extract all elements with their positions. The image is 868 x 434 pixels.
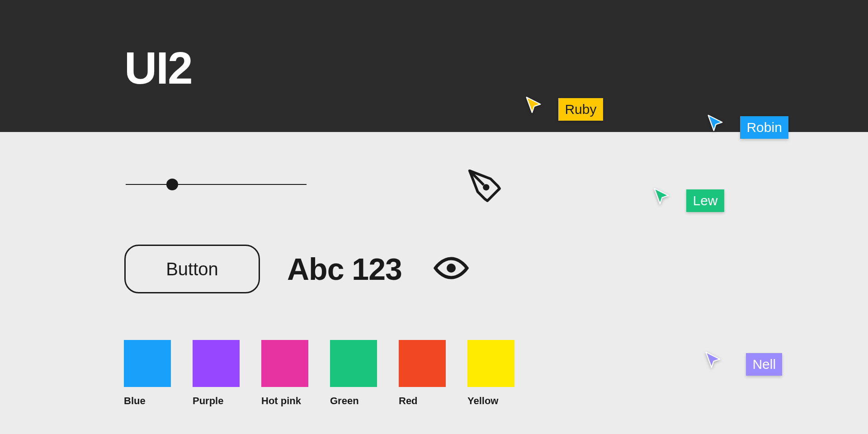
swatch-label: Yellow — [467, 395, 514, 407]
swatch-label: Green — [330, 395, 377, 407]
swatch-blue[interactable]: Blue — [124, 340, 171, 407]
multiplayer-cursor-nell: Nell — [704, 351, 782, 376]
svg-point-0 — [483, 184, 489, 190]
multiplayer-cursor-ruby: Ruby — [525, 96, 603, 121]
multiplayer-cursor-robin: Robin — [707, 114, 788, 139]
slider[interactable] — [126, 179, 307, 190]
swatch-box — [193, 340, 240, 387]
page-title: UI2 — [124, 42, 192, 94]
slider-track — [126, 184, 307, 185]
swatch-label: Purple — [193, 395, 240, 407]
swatch-box — [330, 340, 377, 387]
cursor-nametag: Lew — [686, 189, 724, 212]
swatch-label: Blue — [124, 395, 171, 407]
swatch-label: Hot pink — [261, 395, 308, 407]
typography-sample: Abc 123 — [287, 251, 402, 287]
swatch-hot-pink[interactable]: Hot pink — [261, 340, 308, 407]
button-label: Button — [166, 259, 218, 279]
eye-icon — [434, 257, 469, 281]
swatch-purple[interactable]: Purple — [193, 340, 240, 407]
swatch-box — [467, 340, 514, 387]
swatch-red[interactable]: Red — [399, 340, 446, 407]
slider-thumb[interactable] — [166, 179, 178, 190]
swatch-green[interactable]: Green — [330, 340, 377, 407]
sample-button[interactable]: Button — [124, 245, 260, 293]
svg-point-2 — [447, 264, 456, 273]
multiplayer-cursor-lew: Lew — [653, 187, 724, 212]
swatch-box — [399, 340, 446, 387]
cursor-nametag: Robin — [740, 116, 788, 139]
swatch-label: Red — [399, 395, 446, 407]
cursor-arrow-icon — [525, 96, 542, 114]
cursor-arrow-icon — [704, 351, 722, 369]
cursor-arrow-icon — [653, 187, 670, 205]
swatch-yellow[interactable]: Yellow — [467, 340, 514, 407]
pen-nib-icon — [465, 166, 504, 207]
swatch-box — [124, 340, 171, 387]
header: UI2 — [0, 0, 868, 132]
cursor-nametag: Ruby — [558, 98, 603, 121]
color-swatches: Blue Purple Hot pink Green Red Yellow — [124, 340, 514, 407]
cursor-arrow-icon — [707, 114, 724, 132]
swatch-box — [261, 340, 308, 387]
cursor-nametag: Nell — [746, 353, 782, 376]
